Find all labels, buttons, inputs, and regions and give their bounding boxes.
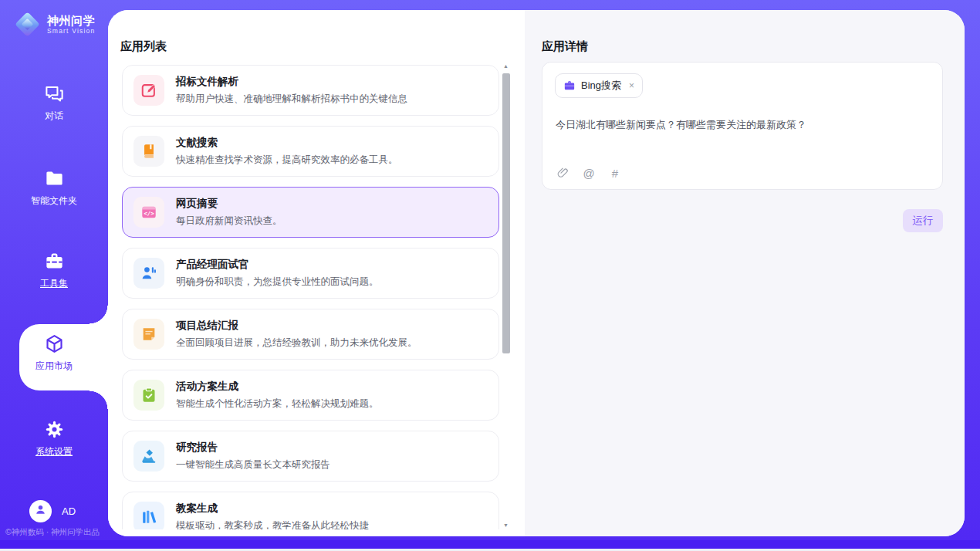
books-icon <box>133 502 164 529</box>
app-card[interactable]: 文献搜索 快速精准查找学术资源，提高研究效率的必备工具。 <box>122 126 499 177</box>
app-card-description: 每日政府新闻资讯快查。 <box>176 215 282 228</box>
bottom-band <box>0 540 980 549</box>
scroll-down-icon[interactable]: ▼ <box>501 521 511 530</box>
avatar[interactable] <box>29 500 52 522</box>
user-icon <box>34 503 47 519</box>
microscope-icon <box>133 441 164 472</box>
briefcase-icon <box>563 79 576 92</box>
app-card[interactable]: 研究报告 一键智能生成高质量长文本研究报告 <box>122 431 499 482</box>
interviewer-icon <box>133 258 164 289</box>
sidebar-item-toolbox[interactable]: 工具集 <box>0 251 108 290</box>
app-card-title: 招标文件解析 <box>176 75 407 89</box>
brand-logo-icon <box>14 11 42 39</box>
app-list-title: 应用列表 <box>120 39 167 54</box>
brand-subtitle: Smart Vision <box>47 28 95 35</box>
tool-tag-label: Bing搜索 <box>581 79 621 93</box>
prompt-input[interactable]: 今日湖北有哪些新闻要点？有哪些需要关注的最新政策？ <box>556 117 929 133</box>
run-button[interactable]: 运行 <box>903 209 943 232</box>
sidebar-item-gear[interactable]: 系统设置 <box>0 419 108 458</box>
app-card-list: 招标文件解析 帮助用户快速、准确地理解和解析招标书中的关键信息 文献搜索 快速精… <box>122 65 499 529</box>
user-row[interactable]: AD <box>29 500 76 522</box>
app-card-title: 网页摘要 <box>176 197 282 211</box>
brand: 神州问学 Smart Vision <box>14 11 95 39</box>
svg-text:</>: </> <box>144 210 154 217</box>
app-card-description: 智能生成个性化活动方案，轻松解决规划难题。 <box>176 397 379 411</box>
app-card-title: 研究报告 <box>176 441 330 455</box>
app-card-description: 一键智能生成高质量长文本研究报告 <box>176 458 330 472</box>
user-name: AD <box>62 505 76 517</box>
app-card[interactable]: </> 网页摘要 每日政府新闻资讯快查。 <box>122 187 499 238</box>
sidebar-item-cube[interactable]: 应用市场 <box>0 333 108 373</box>
book-icon <box>133 136 164 167</box>
clipboard-check-icon <box>133 380 164 411</box>
main-content: 应用列表 招标文件解析 帮助用户快速、准确地理解和解析招标书中的关键信息 文献搜… <box>108 10 965 536</box>
app-detail-title: 应用详情 <box>542 39 588 54</box>
copyright-footer: ©神州数码 · 神州问学出品 <box>5 527 108 538</box>
app-card[interactable]: 项目总结汇报 全面回顾项目进展，总结经验教训，助力未来优化发展。 <box>122 309 499 360</box>
app-card-title: 产品经理面试官 <box>176 258 379 272</box>
cube-icon <box>44 333 65 354</box>
app-card-description: 明确身份和职责，为您提供专业性的面试问题。 <box>176 276 379 289</box>
app-card-description: 快速精准查找学术资源，提高研究效率的必备工具。 <box>176 154 398 167</box>
sidebar-item-chat[interactable]: 对话 <box>0 83 108 123</box>
scroll-up-icon[interactable]: ▲ <box>501 62 511 71</box>
tool-tag-bing-search[interactable]: Bing搜索 × <box>555 73 643 98</box>
tag-close-icon[interactable]: × <box>629 81 634 90</box>
app-card-description: 全面回顾项目进展，总结经验教训，助力未来优化发展。 <box>176 336 417 350</box>
app-card[interactable]: 教案生成 模板驱动，教案秒成，教学准备从此轻松快捷 <box>122 492 499 529</box>
scrollbar-thumb[interactable] <box>502 73 510 353</box>
app-card[interactable]: 活动方案生成 智能生成个性化活动方案，轻松解决规划难题。 <box>122 370 499 421</box>
app-detail-panel: 应用详情 Bing搜索 × 今日湖北有哪些新闻要点？有哪些需要关注的最新政策？ … <box>525 10 965 536</box>
hash-icon[interactable]: # <box>608 166 622 180</box>
app-card-title: 活动方案生成 <box>176 380 379 394</box>
app-card-title: 教案生成 <box>176 502 369 516</box>
edit-document-icon <box>133 75 164 106</box>
app-list-panel: 应用列表 招标文件解析 帮助用户快速、准确地理解和解析招标书中的关键信息 文献搜… <box>108 10 525 536</box>
mention-icon[interactable]: @ <box>582 166 596 180</box>
folder-icon <box>44 168 65 189</box>
brand-name: 神州问学 <box>47 14 95 27</box>
sidebar: 神州问学 Smart Vision 对话 智能文件夹 工具集 应用市场 系统设置… <box>0 0 108 540</box>
app-card[interactable]: 招标文件解析 帮助用户快速、准确地理解和解析招标书中的关键信息 <box>122 65 499 116</box>
app-card[interactable]: 产品经理面试官 明确身份和职责，为您提供专业性的面试问题。 <box>122 248 499 299</box>
app-card-description: 帮助用户快速、准确地理解和解析招标书中的关键信息 <box>176 93 407 106</box>
app-card-title: 项目总结汇报 <box>176 319 417 333</box>
app-card-title: 文献搜索 <box>176 136 398 150</box>
paperclip-icon[interactable] <box>556 166 569 180</box>
prompt-composer[interactable]: Bing搜索 × 今日湖北有哪些新闻要点？有哪些需要关注的最新政策？ @ # <box>542 62 943 190</box>
browser-code-icon: </> <box>133 197 164 228</box>
app-card-description: 模板驱动，教案秒成，教学准备从此轻松快捷 <box>176 519 369 529</box>
sidebar-item-folder[interactable]: 智能文件夹 <box>0 168 108 208</box>
scrollbar[interactable]: ▲ ▼ <box>501 62 511 530</box>
note-icon <box>133 319 164 350</box>
chat-icon <box>44 83 65 104</box>
composer-toolbar: @ # <box>556 166 622 180</box>
toolbox-icon <box>44 251 65 272</box>
gear-icon <box>44 419 65 440</box>
